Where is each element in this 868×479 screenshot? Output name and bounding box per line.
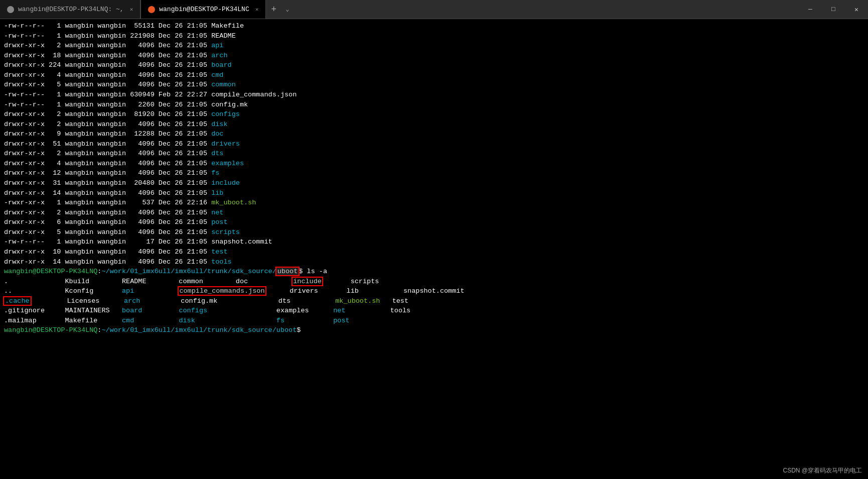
tab-active-1[interactable]: wangbin@DESKTOP-PK34LNC ✕	[140, 0, 266, 19]
line-5: drwxr-xr-x 224 wangbin wangbin 4096 Dec …	[4, 60, 864, 70]
line-ls-3: .cache Licenses arch config.mk dts mk_ub…	[4, 296, 864, 306]
line-1: -rw-r--r-- 1 wangbin wangbin 55131 Dec 2…	[4, 21, 864, 31]
tab-close-inactive[interactable]: ✕	[130, 6, 133, 13]
line-ls-4: .gitignore MAINTAINERS board configs exa…	[4, 306, 864, 316]
compile-commands-highlight: compile_commands.json	[179, 287, 265, 295]
line-3: drwxr-xr-x 2 wangbin wangbin 4096 Dec 26…	[4, 41, 864, 51]
line-24: drwxr-xr-x 10 wangbin wangbin 4096 Dec 2…	[4, 247, 864, 257]
line-8: -rw-r--r-- 1 wangbin wangbin 630949 Feb …	[4, 90, 864, 100]
tab-active-label: wangbin@DESKTOP-PK34LNC	[159, 6, 249, 13]
line-9: -rw-r--r-- 1 wangbin wangbin 2260 Dec 26…	[4, 100, 864, 110]
titlebar: wangbin@DESKTOP-PK34LNQ: ~, ✕ wangbin@DE…	[0, 0, 868, 19]
window-controls: — □ ✕	[799, 0, 868, 19]
cache-highlight: .cache	[4, 297, 31, 305]
tab-inactive-1[interactable]: wangbin@DESKTOP-PK34LNQ: ~, ✕	[0, 0, 140, 19]
line-prompt-2: wangbin@DESKTOP-PK34LNQ:~/work/01_imx6ul…	[4, 325, 864, 335]
maximize-button[interactable]: □	[822, 0, 845, 19]
line-4: drwxr-xr-x 18 wangbin wangbin 4096 Dec 2…	[4, 51, 864, 61]
tab-add-button[interactable]: +	[266, 0, 281, 19]
line-15: drwxr-xr-x 4 wangbin wangbin 4096 Dec 26…	[4, 159, 864, 169]
watermark: CSDN @穿着码农马甲的电工	[783, 466, 862, 475]
close-button[interactable]: ✕	[845, 0, 868, 19]
line-17: drwxr-xr-x 31 wangbin wangbin 20480 Dec …	[4, 178, 864, 188]
line-7: drwxr-xr-x 5 wangbin wangbin 4096 Dec 26…	[4, 80, 864, 90]
line-16: drwxr-xr-x 12 wangbin wangbin 4096 Dec 2…	[4, 168, 864, 178]
line-21: drwxr-xr-x 6 wangbin wangbin 4096 Dec 26…	[4, 217, 864, 227]
line-ls-1: . Kbuild README common doc include scrip…	[4, 277, 864, 287]
line-14: drwxr-xr-x 2 wangbin wangbin 4096 Dec 26…	[4, 149, 864, 159]
line-prompt-1: wangbin@DESKTOP-PK34LNQ:~/work/01_imx6ul…	[4, 267, 864, 277]
tab-icon-active	[148, 6, 155, 13]
line-25: drwxr-xr-x 14 wangbin wangbin 4096 Dec 2…	[4, 257, 864, 267]
include-highlight: include	[293, 278, 322, 285]
line-12: drwxr-xr-x 9 wangbin wangbin 12288 Dec 2…	[4, 129, 864, 139]
tab-dropdown-button[interactable]: ⌄	[281, 0, 293, 19]
line-18: drwxr-xr-x 14 wangbin wangbin 4096 Dec 2…	[4, 188, 864, 198]
uboot-highlight: uboot	[276, 268, 299, 275]
terminal-window[interactable]: -rw-r--r-- 1 wangbin wangbin 55131 Dec 2…	[0, 19, 868, 479]
line-10: drwxr-xr-x 2 wangbin wangbin 81920 Dec 2…	[4, 109, 864, 119]
line-6: drwxr-xr-x 4 wangbin wangbin 4096 Dec 26…	[4, 70, 864, 80]
line-ls-5: .mailmap Makefile cmd disk fs post	[4, 316, 864, 326]
line-11: drwxr-xr-x 2 wangbin wangbin 4096 Dec 26…	[4, 119, 864, 130]
tab-inactive-label: wangbin@DESKTOP-PK34LNQ: ~,	[18, 6, 124, 13]
line-23: -rw-r--r-- 1 wangbin wangbin 17 Dec 26 2…	[4, 237, 864, 247]
tab-icon-inactive	[7, 6, 14, 13]
line-ls-2: .. Kconfig api compile_commands.json dri…	[4, 286, 864, 296]
minimize-button[interactable]: —	[799, 0, 822, 19]
tab-close-active[interactable]: ✕	[255, 6, 259, 13]
line-19: -rwxr-xr-x 1 wangbin wangbin 537 Dec 26 …	[4, 198, 864, 208]
line-20: drwxr-xr-x 2 wangbin wangbin 4096 Dec 26…	[4, 208, 864, 218]
line-22: drwxr-xr-x 5 wangbin wangbin 4096 Dec 26…	[4, 227, 864, 237]
line-13: drwxr-xr-x 51 wangbin wangbin 4096 Dec 2…	[4, 139, 864, 149]
line-2: -rw-r--r-- 1 wangbin wangbin 221908 Dec …	[4, 31, 864, 41]
